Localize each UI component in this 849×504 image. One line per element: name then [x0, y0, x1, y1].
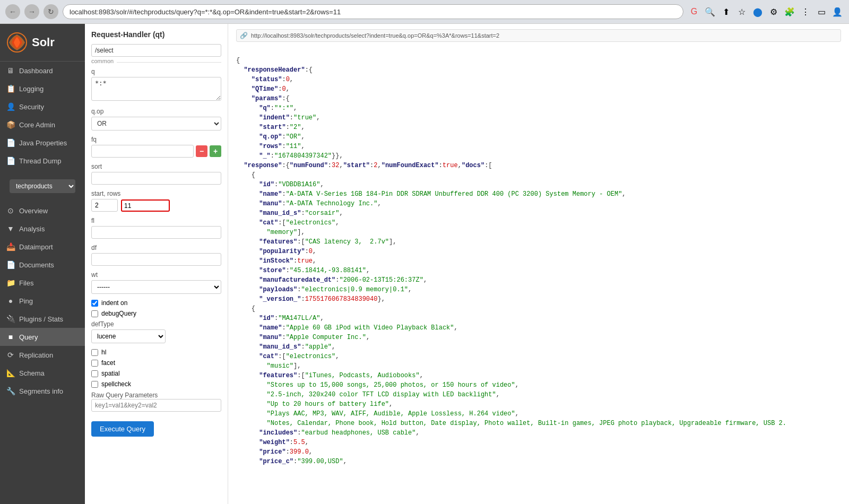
menu-icon[interactable]: ⋮ — [799, 5, 812, 18]
df-input[interactable] — [91, 253, 221, 266]
sidebar-item-documents[interactable]: 📄 Documents — [0, 256, 85, 274]
start-rows-field: start, rows — [91, 190, 221, 212]
sidebar-item-files[interactable]: 📁 Files — [0, 274, 85, 292]
handler-input[interactable] — [91, 44, 221, 57]
q-input[interactable]: *:* — [91, 77, 221, 101]
overview-icon: ⊙ — [6, 206, 15, 215]
sort-label: sort — [91, 163, 221, 170]
sidebar-item-logging[interactable]: 📋 Logging — [0, 80, 85, 98]
schema-icon: 📐 — [6, 369, 15, 377]
sidebar-item-label-thread-dump: Thread Dump — [19, 157, 61, 165]
core-selector-area: techproducts — [0, 170, 85, 199]
sidebar-item-label-documents: Documents — [19, 261, 54, 269]
indent-checkbox[interactable] — [91, 300, 98, 307]
query-panel: Request-Handler (qt) common q *:* q.op O… — [85, 24, 228, 504]
wt-select[interactable]: ------ json xml csv — [91, 280, 221, 294]
search-icon[interactable]: 🔍 — [704, 5, 716, 18]
spatial-checkbox[interactable] — [91, 370, 98, 377]
sidebar-item-dataimport[interactable]: 📥 Dataimport — [0, 238, 85, 256]
debug-query-row: debugQuery — [91, 310, 221, 317]
logging-icon: 📋 — [6, 84, 15, 93]
facet-checkbox[interactable] — [91, 360, 98, 367]
qop-field: q.op OR AND — [91, 108, 221, 131]
back-button[interactable]: ← — [5, 4, 20, 19]
files-icon: 📁 — [6, 279, 15, 287]
df-label: df — [91, 244, 221, 251]
sidebar-item-label-analysis: Analysis — [19, 225, 45, 233]
wt-label: wt — [91, 271, 221, 279]
sidebar-item-label-logging: Logging — [19, 85, 44, 93]
deftype-field: defType lucene dismax edismax — [91, 320, 221, 343]
security-icon: 👤 — [6, 102, 15, 111]
thread-dump-icon: 📄 — [6, 157, 15, 165]
fq-field: fq − + — [91, 136, 221, 158]
sidebar-item-segments[interactable]: 🔧 Segments info — [0, 382, 85, 400]
sidebar-item-plugins[interactable]: 🔌 Plugins / Stats — [0, 310, 85, 328]
sidebar-item-java-props[interactable]: 📄 Java Properties — [0, 134, 85, 152]
sidebar-item-core-admin[interactable]: 📦 Core Admin — [0, 116, 85, 134]
sort-input[interactable] — [91, 172, 221, 185]
forward-button[interactable]: → — [24, 4, 39, 19]
reload-button[interactable]: ↻ — [44, 4, 58, 19]
sidebar-item-ping[interactable]: ● Ping — [0, 292, 85, 310]
bookmark-icon[interactable]: ☆ — [735, 5, 748, 18]
section-label-common: common — [91, 58, 117, 64]
start-input[interactable] — [91, 199, 118, 212]
sidebar-item-label-dashboard: Dashboard — [19, 67, 53, 75]
deftype-select[interactable]: lucene dismax edismax — [91, 329, 166, 343]
sidebar-item-query[interactable]: ■ Query — [0, 328, 85, 346]
extension-icon[interactable]: ⬤ — [751, 5, 764, 18]
profile-icon[interactable]: 👤 — [831, 5, 844, 18]
start-rows-row — [91, 199, 221, 212]
sidebar-item-label-files: Files — [19, 279, 33, 287]
fl-input[interactable] — [91, 226, 221, 239]
sidebar-item-thread-dump[interactable]: 📄 Thread Dump — [0, 152, 85, 170]
raw-params-label: Raw Query Parameters — [91, 392, 158, 399]
sidebar-item-replication[interactable]: ⟳ Replication — [0, 346, 85, 364]
browser-toolbar: G 🔍 ⬆ ☆ ⬤ ⚙ 🧩 ⋮ ▭ 👤 — [688, 5, 844, 18]
raw-params-input[interactable] — [91, 399, 221, 412]
rows-input[interactable] — [124, 202, 167, 210]
dataimport-icon: 📥 — [6, 242, 15, 251]
qop-select[interactable]: OR AND — [91, 117, 221, 131]
google-icon[interactable]: G — [688, 5, 700, 18]
sidebar-item-security[interactable]: 👤 Security — [0, 98, 85, 116]
fl-label: fl — [91, 217, 221, 224]
sidebar-item-label-security: Security — [19, 103, 44, 111]
fq-add-button[interactable]: + — [210, 145, 221, 157]
sidebar-item-overview[interactable]: ⊙ Overview — [0, 202, 85, 220]
wt-field: wt ------ json xml csv — [91, 271, 221, 294]
url-bar[interactable] — [63, 4, 683, 19]
logo-area: Solr — [0, 24, 85, 62]
sidebar-item-schema[interactable]: 📐 Schema — [0, 364, 85, 382]
sidebar-item-label-replication: Replication — [19, 351, 53, 359]
window-icon[interactable]: ▭ — [815, 5, 828, 18]
segments-icon: 🔧 — [6, 387, 15, 395]
core-nav-section: ⊙ Overview ▼ Analysis 📥 Dataimport 📄 Doc… — [0, 202, 85, 400]
spellcheck-label: spellcheck — [101, 380, 131, 388]
execute-query-button[interactable]: Execute Query — [91, 421, 154, 437]
puzzle-icon[interactable]: 🧩 — [783, 5, 796, 18]
fq-input[interactable] — [91, 145, 194, 158]
settings-icon[interactable]: ⚙ — [767, 5, 780, 18]
sidebar-item-label-core-admin: Core Admin — [19, 121, 55, 129]
sidebar-item-label-schema: Schema — [19, 369, 45, 377]
spellcheck-checkbox[interactable] — [91, 381, 98, 388]
indent-row: indent on — [91, 299, 221, 307]
query-icon: ■ — [6, 333, 15, 341]
debug-query-checkbox[interactable] — [91, 310, 98, 317]
main-content: Request-Handler (qt) common q *:* q.op O… — [85, 24, 849, 504]
logo-text: Solr — [32, 36, 55, 49]
raw-params-field: Raw Query Parameters — [91, 391, 221, 412]
share-icon[interactable]: ⬆ — [720, 5, 732, 18]
fq-remove-button[interactable]: − — [196, 145, 207, 157]
core-selector[interactable]: techproducts — [10, 179, 75, 193]
sidebar-item-label-java-props: Java Properties — [19, 139, 67, 147]
sidebar-item-dashboard[interactable]: 🖥 Dashboard — [0, 62, 85, 80]
hl-checkbox[interactable] — [91, 349, 98, 356]
sidebar-item-analysis[interactable]: ▼ Analysis — [0, 220, 85, 238]
fl-field: fl — [91, 217, 221, 239]
result-url: http://localhost:8983/solr/techproducts/… — [251, 32, 499, 39]
replication-icon: ⟳ — [6, 351, 15, 359]
sidebar: Solr 🖥 Dashboard 📋 Logging 👤 Security 📦 … — [0, 24, 85, 504]
